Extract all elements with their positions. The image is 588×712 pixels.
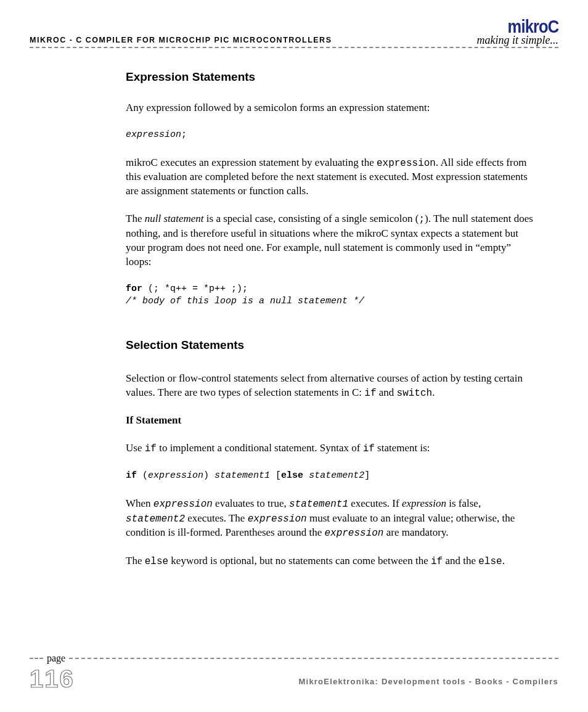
page-footer: page 116 MikroElektronika: Development t… [30, 653, 558, 690]
code-italic: expression [148, 470, 203, 481]
inline-code: ; [419, 214, 425, 225]
text-run: statement is: [375, 442, 430, 454]
text-run: Selection or flow-control statements sel… [126, 372, 523, 398]
code-block: if (expression) statement1 [else stateme… [126, 470, 534, 482]
subsection-heading-if-statement: If Statement [126, 414, 534, 428]
code-token: (; *q++ = *p++ ;); [142, 284, 248, 294]
code-block: expression; [126, 129, 534, 141]
code-italic: statement1 [214, 470, 270, 481]
body-paragraph: Any expression followed by a semicolon f… [126, 101, 534, 115]
text-run: to implement a conditional statement. Sy… [157, 442, 363, 454]
text-run: executes. If [348, 497, 402, 509]
code-keyword: else [281, 470, 303, 481]
text-run: is false, [446, 497, 481, 509]
code-token: ; [181, 129, 187, 140]
body-paragraph: Selection or flow-control statements sel… [126, 372, 534, 401]
code-token: ( [137, 470, 148, 481]
body-paragraph: Use if to implement a conditional statem… [126, 441, 534, 456]
body-paragraph: When expression evaluates to true, state… [126, 497, 534, 541]
page-number: 116 [30, 668, 75, 690]
text-run: and the [443, 555, 478, 567]
code-token: [ [270, 470, 281, 481]
text-run: The [126, 555, 145, 567]
code-block: for (; *q++ = *p++ ;); /* body of this l… [126, 283, 534, 308]
inline-code: expression [377, 158, 436, 169]
footer-company-text: MikroElektronika: Development tools - Bo… [299, 677, 558, 690]
section-heading-expression-statements: Expression Statements [126, 69, 534, 85]
header-left-text: mikroC - C Compiler for Microchip PIC mi… [30, 36, 332, 46]
page-header: mikroC - C Compiler for Microchip PIC mi… [30, 17, 558, 46]
text-run: mikroC executes an expression statement … [126, 157, 377, 168]
section-heading-selection-statements: Selection Statements [126, 337, 534, 353]
code-comment: /* body of this loop is a null statement… [126, 296, 364, 306]
page-label: page [47, 653, 65, 664]
inline-code-italic: statement1 [289, 499, 348, 510]
code-token [303, 470, 309, 481]
text-run: are mandatory. [383, 526, 448, 538]
text-run: is a special case, consisting of a singl… [204, 213, 419, 224]
body-paragraph: mikroC executes an expression statement … [126, 156, 534, 198]
inline-code-italic: expression [324, 528, 383, 539]
inline-code: if [364, 388, 376, 399]
inline-code-italic: expression [153, 499, 213, 510]
brand-logo-text: mikroC [507, 17, 558, 36]
footer-dash-right [69, 658, 558, 659]
code-keyword: for [126, 284, 142, 294]
text-run: Use [126, 442, 145, 454]
text-run: keyword is optional, but no statements c… [168, 555, 431, 567]
inline-code: if [431, 556, 443, 567]
footer-bottom-row: 116 MikroElektronika: Development tools … [30, 668, 558, 690]
inline-code: if [145, 443, 157, 454]
text-run: and [376, 387, 396, 398]
inline-code: else [145, 556, 168, 567]
footer-divider-row: page [30, 653, 558, 664]
inline-code: else [478, 556, 502, 567]
header-right: mikroC making it simple... [477, 17, 559, 46]
text-run: . [502, 555, 505, 567]
body-paragraph: The null statement is a special case, co… [126, 212, 534, 269]
code-token: ] [364, 470, 370, 481]
page-content: Expression Statements Any expression fol… [30, 48, 558, 569]
text-run: When [126, 497, 153, 509]
inline-code: if [363, 443, 375, 454]
code-keyword: if [126, 470, 137, 481]
inline-code-italic: statement2 [126, 514, 185, 525]
code-italic: statement2 [309, 470, 364, 481]
text-run: executes. The [185, 512, 248, 524]
inline-code: switch [397, 388, 433, 399]
footer-dash-left [30, 658, 43, 659]
text-run: . [432, 387, 435, 398]
text-run: The [126, 213, 145, 224]
italic-text: null statement [145, 213, 204, 224]
italic-text: expression [402, 497, 446, 509]
body-paragraph: The else keyword is optional, but no sta… [126, 554, 534, 569]
text-run: evaluates to true, [213, 497, 289, 509]
code-token: ) [203, 470, 214, 481]
code-token: expression [126, 129, 181, 140]
inline-code-italic: expression [248, 514, 307, 525]
